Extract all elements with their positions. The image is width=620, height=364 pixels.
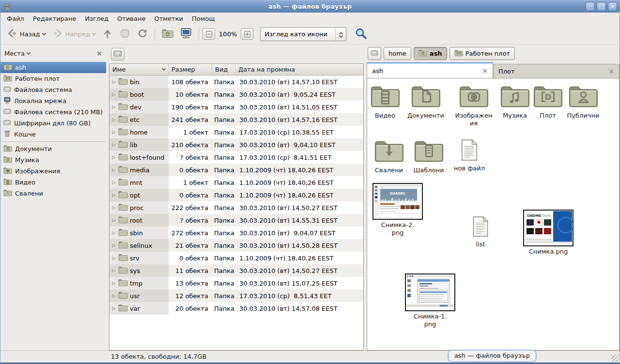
expander-icon[interactable]: ▷ [111, 142, 116, 147]
search-button[interactable] [353, 26, 369, 43]
back-dropdown-icon[interactable] [42, 31, 46, 35]
sidebar-item-documents[interactable]: Документи [0, 143, 106, 154]
sidebar-item-filesystem[interactable]: Файлова система [0, 84, 106, 95]
menu-bookmarks[interactable]: Отметки [150, 14, 187, 23]
file-item[interactable]: Документи [399, 84, 452, 120]
resize-grip[interactable] [611, 355, 618, 362]
menu-go[interactable]: Отиване [113, 14, 150, 23]
expander-icon[interactable]: ▷ [111, 243, 116, 248]
places-selector[interactable]: Места [4, 50, 30, 57]
column-header-name[interactable]: Име [109, 64, 169, 75]
up-button[interactable] [99, 26, 116, 43]
table-row[interactable]: ▷ opt0 обектаПапка1.10.2009 (чт) 18,40,2… [109, 189, 363, 201]
expander-icon[interactable]: ▷ [111, 155, 116, 160]
sidebar-item-home[interactable]: ash [0, 62, 106, 73]
expander-icon[interactable]: ▷ [111, 105, 116, 109]
expander-icon[interactable]: ▷ [111, 230, 116, 235]
file-item[interactable]: Публични [557, 84, 610, 120]
file-item[interactable]: нов файл [443, 139, 496, 172]
table-row[interactable]: ▷ lost+found? обектаПапка17.03.2010 (ср)… [109, 151, 363, 164]
combo-spinner-icon[interactable] [335, 28, 346, 41]
table-row[interactable]: ▷ sys11 обектаПапка30.03.2010 (вт) 14,50… [109, 264, 363, 277]
expander-icon[interactable]: ▷ [111, 218, 116, 223]
table-row[interactable]: ▷ lib210 обектаПапка30.03.2010 (вт) 9,04… [109, 138, 363, 151]
thumbnail-item[interactable]: GNOMEStoreСнимка.png [522, 210, 575, 256]
window-hint[interactable]: ash — файлов браузър [448, 350, 536, 362]
sidebar-item-images[interactable]: Изображения [0, 166, 106, 177]
path-label: ash [430, 50, 442, 57]
menu-file[interactable]: Файл [2, 14, 29, 23]
minimize-button[interactable]: – [586, 2, 595, 11]
path-button-ash[interactable]: ash [414, 47, 447, 60]
file-name: bin [130, 78, 140, 86]
menu-help[interactable]: Помощ [187, 14, 219, 23]
tab-close-icon[interactable]: × [482, 67, 488, 75]
table-row[interactable]: ▷ sbin272 обектаПапка30.03.2010 (вт) 9,0… [109, 227, 363, 239]
path-button-desktop[interactable]: DРаботен плот [450, 47, 515, 60]
table-row[interactable]: ▷ proc222 обектаПапка30.03.2010 (вт) 14,… [109, 201, 363, 214]
sidebar-item-downloads[interactable]: Свалени [0, 188, 106, 199]
table-row[interactable]: ▷ root? обектаПапка30.03.2010 (вт) 14,55… [109, 214, 363, 227]
expander-icon[interactable]: ▷ [111, 79, 116, 84]
expander-icon[interactable]: ▷ [111, 268, 116, 273]
expander-icon[interactable]: ▷ [111, 281, 116, 286]
sidebar-item-video[interactable]: Видео [0, 177, 106, 188]
table-row[interactable]: ▷ bin108 обектаПапка30.03.2010 (вт) 14,5… [109, 76, 363, 88]
path-button-home-dir[interactable]: home [384, 47, 411, 60]
file-size: 20 обекта [169, 305, 212, 312]
sidebar-item-encrypted-80[interactable]: Шифриран дял (80 GB) [0, 118, 106, 129]
stop-button[interactable] [116, 26, 134, 43]
expander-icon[interactable]: ▷ [111, 167, 116, 172]
home-button[interactable] [158, 26, 177, 42]
table-row[interactable]: ▷ tmp13 обектаПапка30.03.2010 (вт) 15,07… [109, 277, 363, 289]
column-header-modified[interactable]: Дата на промяна [235, 64, 363, 75]
expander-icon[interactable]: ▷ [111, 117, 116, 122]
path-button-root[interactable] [368, 47, 381, 60]
reload-button[interactable] [134, 26, 151, 43]
forward-button[interactable]: Напред [49, 26, 99, 43]
expander-icon[interactable]: ▷ [111, 180, 116, 185]
sidebar-close-icon[interactable]: × [96, 49, 102, 57]
back-button[interactable]: Назад [3, 26, 49, 43]
zoom-out-button[interactable]: − [202, 28, 215, 40]
sidebar-item-network[interactable]: Локална мрежа [0, 95, 106, 106]
expander-icon[interactable]: ▷ [111, 293, 116, 298]
sidebar-item-music[interactable]: Музика [0, 154, 106, 166]
zoom-in-button[interactable]: + [241, 28, 253, 40]
computer-button[interactable] [177, 25, 195, 43]
file-item[interactable]: list [454, 216, 507, 248]
maximize-button[interactable]: □ [597, 2, 606, 11]
table-row[interactable]: ▷ usr12 обектаПапка17.03.2010 (ср) 8,51,… [109, 289, 363, 302]
table-row[interactable]: ▷ mnt1 обектПапка1.10.2009 (чт) 18,40,26… [109, 176, 363, 189]
table-row[interactable]: ▷ etc241 обектаПапка30.03.2010 (вт) 14,5… [109, 113, 363, 126]
table-row[interactable]: ▷ var20 обектаПапка30.03.2010 (вт) 14,57… [109, 302, 363, 315]
view-mode-select[interactable]: Изглед като икони [260, 27, 346, 41]
menu-view[interactable]: Изглед [80, 14, 113, 23]
thumbnail-item[interactable]: Снимка-1. png [403, 273, 457, 328]
expander-icon[interactable]: ▷ [111, 92, 116, 97]
column-header-size[interactable]: Размер [169, 64, 212, 75]
expander-icon[interactable]: ▷ [111, 256, 116, 260]
tab-ash[interactable]: ash× [367, 62, 493, 78]
table-row[interactable]: ▷ dev190 обектаПапка30.03.2010 (вт) 14,5… [109, 101, 363, 113]
table-row[interactable]: ▷ selinux21 обектаПапка30.03.2010 (вт) 1… [109, 239, 363, 252]
expander-icon[interactable]: ▷ [111, 130, 116, 135]
expander-icon[interactable]: ▷ [111, 306, 116, 311]
sidebar-item-filesystem-210[interactable]: Файлова система (210 MB) [0, 106, 106, 118]
tab-plot[interactable]: Плот× [493, 64, 620, 78]
close-button[interactable]: × [608, 2, 617, 11]
icon-view[interactable]: Видео Документи Изображен ия Музика DПло… [367, 78, 620, 350]
table-row[interactable]: ▷ srv0 обектаПапка1.10.2009 (чт) 18,40,2… [109, 252, 363, 264]
sidebar-item-desktop[interactable]: DРаботен плот [0, 73, 106, 84]
table-row[interactable]: ▷ media0 обектаПапка1.10.2009 (чт) 18,40… [109, 164, 363, 176]
expander-icon[interactable]: ▷ [111, 205, 116, 210]
sidebar-item-trash[interactable]: Кошче [0, 129, 106, 140]
tab-close-icon[interactable]: × [608, 67, 614, 75]
table-row[interactable]: ▷ boot10 обектаПапка30.03.2010 (вт) 9,05… [109, 88, 363, 101]
root-path-button[interactable] [111, 48, 124, 61]
thumbnail-item[interactable]: GUADECСнимка-2. png [371, 183, 424, 237]
expander-icon[interactable]: ▷ [111, 193, 116, 197]
menu-edit[interactable]: Редактиране [29, 14, 80, 23]
column-header-type[interactable]: Вид [212, 64, 235, 75]
table-row[interactable]: ▷ home1 обектПапка17.03.2010 (ср) 10,38,… [109, 126, 363, 138]
